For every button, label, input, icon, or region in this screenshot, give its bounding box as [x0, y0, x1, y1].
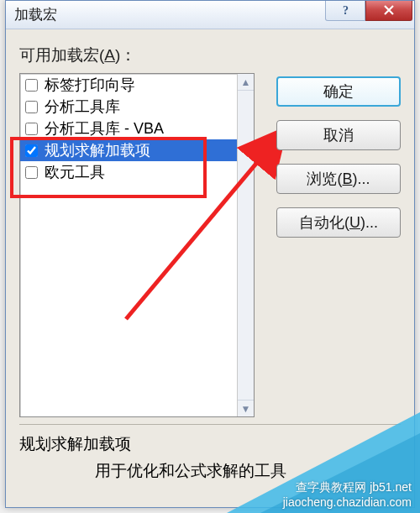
dialog-body: 可用加载宏(A)： 标签打印向导分析工具库分析工具库 - VBA规划求解加载项欧… — [6, 29, 414, 507]
addin-checkbox[interactable] — [25, 123, 38, 135]
addin-label: 欧元工具 — [45, 162, 105, 182]
help-button[interactable]: ? — [325, 1, 365, 21]
watermark-line2: jiaocheng.chazidian.com — [283, 495, 412, 510]
addin-label: 标签打印向导 — [45, 75, 135, 95]
watermark: 查字典教程网 jb51.net jiaocheng.chazidian.com — [283, 479, 412, 510]
list-item[interactable]: 规划求解加载项 — [20, 139, 237, 161]
list-item[interactable]: 欧元工具 — [20, 161, 237, 183]
addin-label: 分析工具库 - VBA — [45, 118, 164, 139]
close-icon — [383, 4, 395, 16]
description-title: 规划求解加载项 — [19, 433, 401, 455]
addin-checkbox[interactable] — [25, 166, 38, 179]
scroll-up-arrow[interactable]: ▲ — [238, 74, 254, 91]
description-area: 规划求解加载项 用于优化和公式求解的工具 — [19, 424, 401, 482]
window-buttons: ? — [325, 9, 414, 21]
addin-checkbox[interactable] — [25, 79, 38, 92]
close-button[interactable] — [365, 1, 412, 21]
cancel-button[interactable]: 取消 — [276, 120, 401, 150]
available-addins-label: 可用加载宏(A)： — [19, 44, 401, 66]
scroll-down-arrow[interactable]: ▼ — [238, 400, 254, 416]
addin-checkbox[interactable] — [25, 144, 38, 157]
svg-text:?: ? — [343, 4, 349, 17]
addin-label: 分析工具库 — [45, 97, 120, 117]
addin-label: 规划求解加载项 — [45, 140, 150, 160]
automation-button[interactable]: 自动化(U)... — [276, 207, 401, 238]
list-item[interactable]: 分析工具库 - VBA — [20, 118, 237, 139]
help-icon: ? — [340, 3, 350, 17]
window-title: 加载宏 — [14, 5, 325, 24]
browse-button[interactable]: 浏览(B)... — [276, 164, 401, 194]
button-column: 确定 取消 浏览(B)... 自动化(U)... — [276, 76, 401, 238]
list-item[interactable]: 标签打印向导 — [20, 74, 237, 96]
addin-checkbox[interactable] — [25, 101, 38, 113]
titlebar[interactable]: 加载宏 ? — [6, 1, 414, 29]
dialog-window: 加载宏 ? 可用加载宏(A)： 标签打印向导分析工具库分析工具库 - VBA规划… — [5, 0, 415, 508]
watermark-line1: 查字典教程网 jb51.net — [283, 479, 412, 495]
list-item[interactable]: 分析工具库 — [20, 96, 237, 118]
scrollbar[interactable]: ▲ ▼ — [237, 74, 254, 416]
addins-items: 标签打印向导分析工具库分析工具库 - VBA规划求解加载项欧元工具 — [20, 74, 237, 416]
addins-listbox[interactable]: 标签打印向导分析工具库分析工具库 - VBA规划求解加载项欧元工具 ▲ ▼ — [19, 73, 255, 417]
ok-button[interactable]: 确定 — [276, 76, 401, 107]
